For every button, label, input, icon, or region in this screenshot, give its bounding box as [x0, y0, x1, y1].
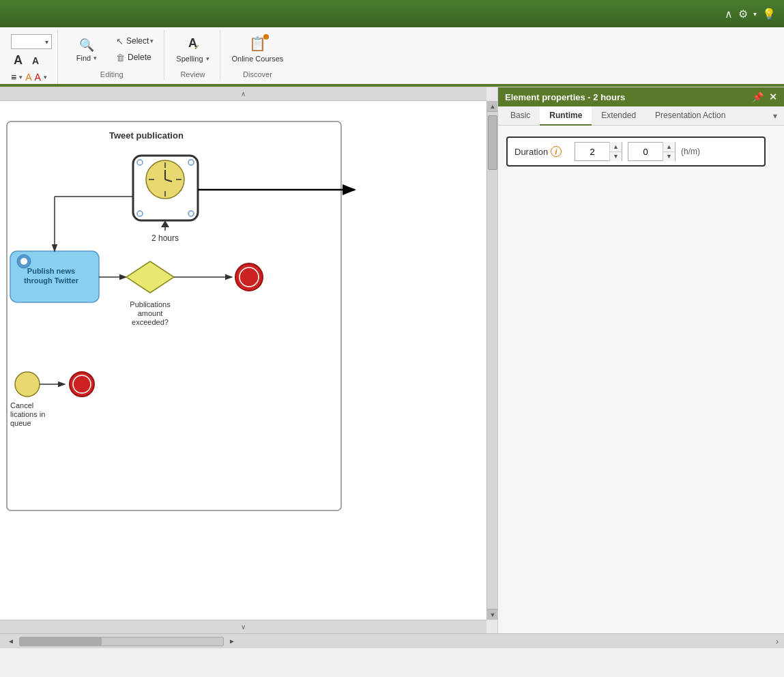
- svg-text:queue: queue: [10, 419, 31, 427]
- props-panel-header: Element properties - 2 hours 📌 ✕: [498, 87, 784, 106]
- ribbon-group-discover: 📋 Online Courses Discover: [222, 30, 294, 80]
- tab-extended[interactable]: Extended: [592, 106, 645, 126]
- tab-basic[interactable]: Basic: [501, 106, 540, 126]
- ribbon-group-font: ▾ A A ≡ ▾ A A ▾: [5, 30, 58, 84]
- vscroll-down-arrow[interactable]: ▼: [487, 609, 497, 620]
- highlight-icon[interactable]: A: [25, 72, 31, 83]
- hscroll-right-arrow[interactable]: ►: [227, 637, 237, 645]
- select-icon: ↖: [116, 36, 124, 46]
- paragraph-icon[interactable]: ≡: [11, 72, 16, 83]
- svg-point-34: [73, 375, 91, 393]
- props-tabs: Basic Runtime Extended Presentation Acti…: [498, 106, 784, 126]
- svg-text:through Twitter: through Twitter: [24, 276, 79, 285]
- duration-row: Duration i ▲ ▼ ▲ ▼: [506, 136, 766, 167]
- props-panel-title: Element properties - 2 hours: [505, 92, 625, 102]
- canvas-scroll-top[interactable]: ∧: [0, 87, 487, 101]
- gear-dropdown-icon[interactable]: ▾: [753, 10, 757, 18]
- duration-label: Duration i: [514, 146, 569, 157]
- hours-up-arrow[interactable]: ▲: [610, 142, 622, 152]
- select-button[interactable]: ↖ Select ▾: [111, 33, 158, 48]
- spelling-dropdown: ▾: [206, 55, 209, 62]
- minutes-input[interactable]: [628, 143, 663, 160]
- svg-text:lications in: lications in: [10, 410, 45, 418]
- vscroll-thumb[interactable]: [488, 115, 497, 170]
- decrease-font-button[interactable]: A: [29, 54, 42, 68]
- svg-point-31: [15, 372, 40, 397]
- svg-point-25: [239, 268, 259, 287]
- canvas-area[interactable]: ∧ Tweet publication: [0, 87, 497, 633]
- props-pin-icon[interactable]: 📌: [752, 91, 764, 102]
- find-button[interactable]: 🔍 Find ▾: [65, 31, 108, 67]
- svg-text:Publish news: Publish news: [27, 267, 75, 275]
- properties-panel: Element properties - 2 hours 📌 ✕ Basic R…: [497, 87, 784, 633]
- hours-spinner[interactable]: ▲ ▼: [575, 142, 622, 161]
- delete-icon: 🗑: [116, 53, 125, 63]
- font-size-dropdown[interactable]: ▾: [11, 34, 52, 49]
- status-bar: ◄ ► ›: [0, 633, 784, 648]
- delete-button[interactable]: 🗑 Delete: [111, 50, 158, 65]
- hours-arrows: ▲ ▼: [609, 142, 622, 161]
- font-color-icon[interactable]: A: [35, 72, 41, 83]
- select-dropdown-arrow: ▾: [150, 38, 154, 44]
- hours-down-arrow[interactable]: ▼: [610, 152, 622, 162]
- bulb-icon[interactable]: 💡: [762, 8, 776, 20]
- minutes-spinner[interactable]: ▲ ▼: [628, 142, 676, 161]
- timer-label: 2 hours: [151, 233, 179, 243]
- ribbon-group-editing: 🔍 Find ▾ ↖ Select ▾ 🗑: [59, 30, 164, 80]
- minutes-up-arrow[interactable]: ▲: [663, 142, 675, 152]
- duration-unit: (h/m): [681, 147, 700, 156]
- props-body: Duration i ▲ ▼ ▲ ▼: [498, 126, 784, 633]
- duration-help-icon[interactable]: i: [551, 146, 562, 157]
- hscrollbar[interactable]: [19, 637, 224, 646]
- bpmn-diagram: Tweet publication: [0, 101, 487, 620]
- canvas-scroll-bottom[interactable]: ∨: [0, 620, 487, 633]
- hscroll-left-arrow[interactable]: ◄: [5, 637, 16, 645]
- spelling-button[interactable]: A ✓ Spelling ▾: [171, 31, 214, 67]
- main-area: ∧ Tweet publication: [0, 87, 784, 633]
- canvas-vscrollbar[interactable]: ▲ ▼: [487, 101, 497, 620]
- ribbon-accent-bar: [0, 84, 784, 87]
- ribbon-group-editing-col: ↖ Select ▾ 🗑 Delete: [111, 33, 158, 65]
- online-courses-orange-dot: [263, 34, 269, 40]
- increase-font-button[interactable]: A: [11, 52, 25, 69]
- svg-text:Publications: Publications: [130, 300, 171, 308]
- svg-text:Cancel: Cancel: [10, 401, 33, 409]
- vscroll-up-arrow[interactable]: ▲: [487, 101, 497, 112]
- find-icon: 🔍: [79, 38, 94, 53]
- svg-point-17: [20, 258, 27, 265]
- hscroll-thumb[interactable]: [20, 637, 102, 646]
- hours-input[interactable]: [575, 143, 609, 160]
- chevron-up-icon[interactable]: ∧: [725, 8, 733, 20]
- pool-label: Tweet publication: [109, 130, 184, 141]
- tab-presentation-action[interactable]: Presentation Action: [645, 106, 735, 126]
- gear-icon[interactable]: ⚙: [738, 8, 748, 20]
- online-courses-button[interactable]: 📋 Online Courses: [227, 31, 289, 67]
- minutes-down-arrow[interactable]: ▼: [663, 152, 675, 162]
- svg-text:exceeded?: exceeded?: [132, 318, 169, 326]
- svg-text:amount: amount: [138, 309, 163, 317]
- ribbon: ▾ A A ≡ ▾ A A ▾: [0, 27, 784, 87]
- tabs-dropdown-arrow[interactable]: ▾: [769, 109, 781, 124]
- find-dropdown-arrow: ▾: [93, 55, 97, 61]
- scroll-right-chevron[interactable]: ›: [776, 637, 779, 646]
- minutes-arrows: ▲ ▼: [663, 142, 675, 161]
- top-bar: ∧ ⚙ ▾ 💡: [0, 0, 784, 27]
- props-close-icon[interactable]: ✕: [769, 91, 777, 102]
- ribbon-group-review: A ✓ Spelling ▾ Review: [166, 30, 220, 80]
- spelling-check-icon: ✓: [194, 43, 200, 52]
- props-panel-header-icons: 📌 ✕: [752, 91, 777, 102]
- bpmn-canvas[interactable]: Tweet publication: [0, 101, 487, 620]
- tab-runtime[interactable]: Runtime: [540, 106, 592, 126]
